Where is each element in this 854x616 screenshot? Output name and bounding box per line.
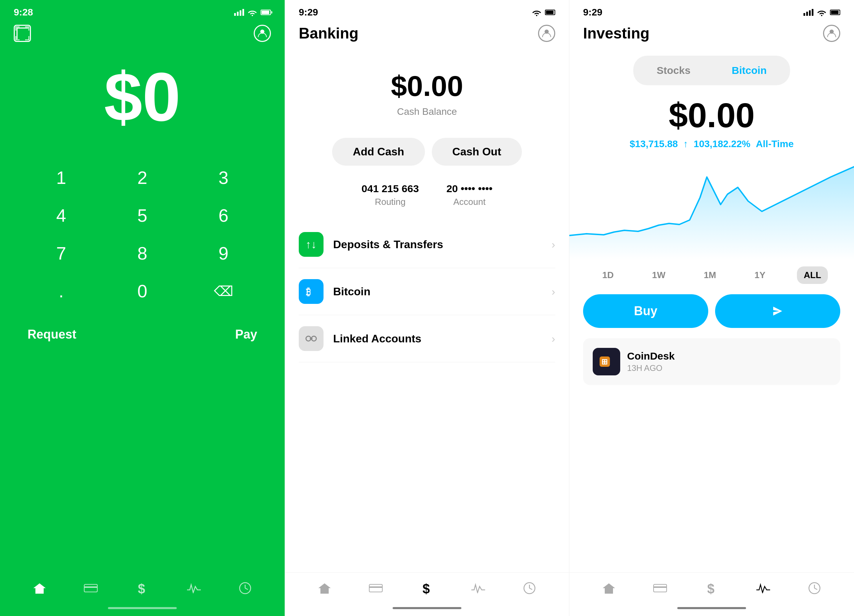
cash-out-button[interactable]: Cash Out — [432, 138, 522, 166]
banking-header: Banking — [285, 21, 569, 49]
svg-text:$: $ — [422, 582, 430, 595]
key-2[interactable]: 2 — [102, 159, 183, 197]
bitcoin-chevron: › — [552, 285, 555, 298]
send-button[interactable] — [715, 294, 840, 328]
key-9[interactable]: 9 — [183, 235, 264, 272]
nav-dollar-3[interactable]: $ — [703, 579, 720, 597]
nav-home-1[interactable] — [31, 579, 48, 597]
banking-buttons: Add Cash Cash Out — [332, 138, 522, 166]
keypad: 1 2 3 4 5 6 7 8 9 . 0 ⌫ — [0, 152, 285, 317]
gain-price: $13,715.88 — [630, 139, 678, 149]
deposits-icon: ↑↓ — [299, 232, 323, 257]
profile-icon-1[interactable] — [254, 25, 271, 42]
nav-dollar-1[interactable]: $ — [134, 579, 151, 597]
svg-rect-7 — [29, 36, 29, 40]
coindesk-item-1[interactable]: ⊞ CoinDesk 13H AGO — [583, 338, 840, 385]
account-label: Account — [446, 197, 492, 207]
banking-balance-label: Cash Balance — [397, 106, 457, 117]
nav-home-3[interactable] — [600, 579, 618, 597]
battery-icon-2 — [545, 10, 555, 15]
linked-accounts-item[interactable]: Linked Accounts › — [299, 315, 555, 362]
wifi-icon-1 — [247, 9, 257, 16]
status-time-2: 9:29 — [299, 7, 318, 18]
status-icons-1 — [234, 9, 271, 16]
status-time-1: 9:28 — [14, 7, 33, 18]
key-8[interactable]: 8 — [102, 235, 183, 272]
svg-rect-1 — [15, 26, 16, 30]
signal-icon-2 — [518, 9, 528, 16]
deposits-chevron: › — [552, 238, 555, 251]
investing-tabs: Stocks Bitcoin — [633, 56, 790, 85]
signal-icon-1 — [234, 9, 244, 16]
key-5[interactable]: 5 — [102, 197, 183, 235]
gain-arrow: ↑ — [683, 139, 688, 149]
bitcoin-icon: ₿ — [299, 279, 323, 304]
wifi-icon-2 — [532, 9, 541, 16]
profile-icon-3[interactable] — [823, 25, 840, 42]
linked-accounts-chevron: › — [552, 332, 555, 345]
time-1y[interactable]: 1Y — [747, 267, 772, 284]
deposits-transfers-item[interactable]: ↑↓ Deposits & Transfers › — [299, 221, 555, 268]
routing-info: 041 215 663 Routing — [362, 183, 419, 207]
scan-icon[interactable] — [14, 25, 31, 42]
pay-button[interactable]: Pay — [235, 327, 257, 342]
deposits-label: Deposits & Transfers — [333, 238, 552, 251]
home-indicator-1 — [108, 607, 177, 609]
time-all[interactable]: ALL — [797, 267, 828, 284]
p3-nav: $ — [569, 572, 854, 604]
request-button[interactable]: Request — [27, 327, 76, 342]
account-info-item: 20 •••• •••• Account — [446, 183, 492, 207]
nav-card-1[interactable] — [82, 579, 99, 597]
key-1[interactable]: 1 — [21, 159, 102, 197]
nav-activity-2[interactable] — [470, 579, 487, 597]
svg-text:⊞: ⊞ — [601, 357, 607, 366]
p1-actions: Request Pay — [0, 320, 285, 349]
nav-clock-3[interactable] — [806, 579, 823, 597]
time-1m[interactable]: 1M — [697, 267, 723, 284]
account-number: 20 •••• •••• — [446, 183, 492, 195]
investing-header: Investing — [569, 21, 854, 49]
tab-bitcoin[interactable]: Bitcoin — [711, 58, 787, 82]
nav-activity-3[interactable] — [755, 579, 772, 597]
key-decimal[interactable]: . — [21, 272, 102, 310]
home-indicator-3 — [677, 607, 746, 609]
wifi-icon-3 — [817, 9, 827, 16]
battery-icon-3 — [830, 10, 840, 15]
nav-dollar-2[interactable]: $ — [418, 579, 436, 597]
gain-period: All-Time — [756, 139, 794, 149]
banking-title: Banking — [299, 25, 358, 42]
status-time-3: 9:29 — [583, 7, 602, 18]
status-icons-3 — [804, 9, 840, 16]
nav-card-3[interactable] — [651, 579, 669, 597]
buy-button[interactable]: Buy — [583, 294, 708, 328]
key-4[interactable]: 4 — [21, 197, 102, 235]
bitcoin-item[interactable]: ₿ Bitcoin › — [299, 268, 555, 315]
investing-action-btns: Buy — [569, 294, 854, 328]
key-3[interactable]: 3 — [183, 159, 264, 197]
p1-nav: $ — [0, 573, 285, 604]
home-indicator-2 — [393, 607, 461, 609]
time-1w[interactable]: 1W — [645, 267, 672, 284]
svg-text:₿: ₿ — [306, 287, 311, 297]
key-7[interactable]: 7 — [21, 235, 102, 272]
svg-rect-21 — [369, 586, 382, 588]
top-bar-1 — [0, 21, 285, 49]
status-bar-2: 9:29 — [285, 0, 569, 21]
add-cash-button[interactable]: Add Cash — [332, 138, 425, 166]
nav-clock-2[interactable] — [521, 579, 538, 597]
key-0[interactable]: 0 — [102, 272, 183, 310]
svg-rect-20 — [369, 584, 382, 592]
svg-rect-30 — [654, 586, 666, 588]
key-6[interactable]: 6 — [183, 197, 264, 235]
time-1d[interactable]: 1D — [595, 267, 621, 284]
panel-cash-app: 9:28 — [0, 0, 285, 616]
profile-icon-2[interactable] — [538, 25, 555, 42]
nav-activity-1[interactable] — [185, 579, 203, 597]
tab-stocks[interactable]: Stocks — [636, 58, 711, 82]
key-backspace[interactable]: ⌫ — [183, 272, 264, 310]
signal-icon-3 — [804, 9, 813, 16]
nav-clock-1[interactable] — [236, 579, 254, 597]
nav-card-2[interactable] — [367, 579, 384, 597]
nav-home-2[interactable] — [316, 579, 333, 597]
coindesk-info-1: CoinDesk 13H AGO — [627, 350, 831, 373]
